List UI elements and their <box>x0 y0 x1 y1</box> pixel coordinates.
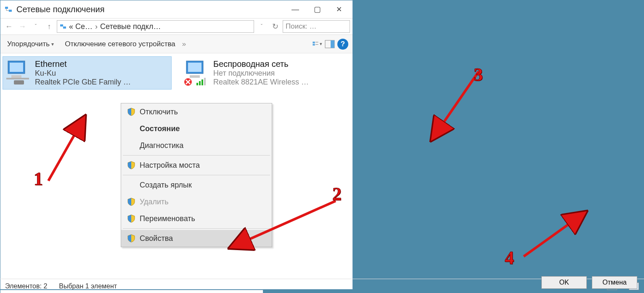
ok-button[interactable]: OK <box>541 276 587 289</box>
shield-icon <box>127 108 135 116</box>
ctx-status[interactable]: Состояние <box>121 120 272 137</box>
svg-rect-9 <box>331 40 334 48</box>
svg-rect-13 <box>6 78 29 79</box>
svg-line-45 <box>524 213 585 256</box>
callout-3: 3 <box>474 64 483 85</box>
breadcrumb-b[interactable]: Сетевые подкл… <box>100 22 161 31</box>
callout-1: 1 <box>34 168 43 190</box>
ctx-disable[interactable]: Отключить <box>121 103 272 120</box>
adapter-list: Ethernet Ku-Ku Realtek PCIe GbE Family … <box>0 53 352 272</box>
adapter-wifi[interactable]: Беспроводная сеть Нет подключения Realte… <box>181 57 350 89</box>
help-button[interactable]: ? <box>337 39 348 50</box>
context-menu: Отключить Состояние Диагностика Настройк… <box>121 103 272 247</box>
svg-line-44 <box>432 71 479 139</box>
adapter-ethernet[interactable]: Ethernet Ku-Ku Realtek PCIe GbE Family … <box>3 57 171 89</box>
disable-device-button[interactable]: Отключение сетевого устройства <box>62 38 178 50</box>
folder-icon <box>60 23 66 30</box>
toolbar-more-button[interactable]: » <box>182 40 186 48</box>
svg-rect-0 <box>5 7 8 9</box>
callout-4: 4 <box>505 247 514 269</box>
ctx-properties[interactable]: Свойства <box>121 230 272 247</box>
breadcrumb-a[interactable]: « Се… <box>69 22 93 31</box>
svg-rect-18 <box>196 83 198 85</box>
nav-recent-button[interactable]: ˇ <box>30 21 42 32</box>
network-connections-window: Сетевые подключения ― ▢ ✕ ← → ˇ ↑ « Се… … <box>0 0 353 290</box>
svg-rect-3 <box>63 26 66 29</box>
adapter-device: Realtek 8821AE Wireless … <box>213 78 309 87</box>
navigation-bar: ← → ˇ ↑ « Се… › Сетевые подкл… ˇ ↻ Поиск… <box>0 18 352 35</box>
adapter-status: Ku-Ku <box>35 69 131 78</box>
svg-rect-20 <box>201 79 203 85</box>
ctx-diagnostics[interactable]: Диагностика <box>121 137 272 154</box>
svg-rect-11 <box>10 63 23 72</box>
svg-rect-17 <box>190 75 200 78</box>
shield-icon <box>127 161 135 169</box>
adapter-wifi-labels: Беспроводная сеть Нет подключения Realte… <box>213 59 309 87</box>
close-button[interactable]: ✕ <box>328 2 350 17</box>
callout-2: 2 <box>332 183 342 205</box>
ctx-bridge[interactable]: Настройка моста <box>121 157 272 174</box>
adapter-ethernet-labels: Ethernet Ku-Ku Realtek PCIe GbE Family … <box>35 59 131 87</box>
refresh-button[interactable]: ↻ <box>269 21 281 32</box>
organize-menu-button[interactable]: Упорядочить <box>5 38 56 50</box>
shield-icon <box>127 234 135 243</box>
shield-icon <box>127 214 135 223</box>
search-placeholder: Поиск: … <box>286 22 317 31</box>
adapter-status: Нет подключения <box>213 69 309 78</box>
status-item-count: Элементов: 2 <box>5 282 47 290</box>
svg-rect-14 <box>14 80 24 84</box>
svg-rect-2 <box>60 24 63 26</box>
adapter-name: Ethernet <box>35 59 131 69</box>
ctx-separator <box>123 228 270 229</box>
titlebar: Сетевые подключения ― ▢ ✕ <box>0 0 352 18</box>
shield-icon <box>127 198 135 206</box>
ctx-separator <box>123 155 270 156</box>
window-icon <box>5 5 12 13</box>
minimize-button[interactable]: ― <box>284 2 306 17</box>
svg-rect-21 <box>204 78 206 85</box>
svg-rect-12 <box>11 75 21 78</box>
svg-rect-5 <box>313 44 315 45</box>
ctx-separator <box>123 175 270 175</box>
ctx-shortcut[interactable]: Создать ярлык <box>121 177 272 193</box>
adapter-name: Беспроводная сеть <box>213 59 309 69</box>
maximize-button[interactable]: ▢ <box>306 2 328 17</box>
window-title: Сетевые подключения <box>16 5 105 14</box>
preview-pane-button[interactable] <box>325 39 335 49</box>
nav-forward-button[interactable]: → <box>16 21 28 32</box>
toolbar: Упорядочить Отключение сетевого устройст… <box>0 35 352 53</box>
svg-rect-16 <box>188 63 201 72</box>
ctx-delete: Удалить <box>121 193 272 210</box>
svg-rect-1 <box>9 10 12 12</box>
svg-rect-6 <box>315 42 318 42</box>
address-dropdown-button[interactable]: ˇ <box>256 21 268 32</box>
nav-back-button[interactable]: ← <box>3 21 15 32</box>
breadcrumb-separator: › <box>95 22 98 31</box>
svg-rect-19 <box>199 81 201 85</box>
svg-rect-4 <box>313 42 315 43</box>
wifi-icon <box>184 59 209 86</box>
search-box[interactable]: Поиск: … <box>283 20 350 33</box>
ctx-rename[interactable]: Переименовать <box>121 210 272 227</box>
adapter-device: Realtek PCIe GbE Family … <box>35 78 131 87</box>
cancel-button[interactable]: Отмена <box>592 276 637 289</box>
svg-rect-7 <box>315 44 318 45</box>
nav-up-button[interactable]: ↑ <box>43 21 55 32</box>
status-item-selected: Выбран 1 элемент <box>59 282 117 290</box>
address-bar[interactable]: « Се… › Сетевые подкл… <box>57 20 254 33</box>
view-mode-button[interactable]: ▾ <box>312 39 322 49</box>
ethernet-icon <box>5 59 31 86</box>
